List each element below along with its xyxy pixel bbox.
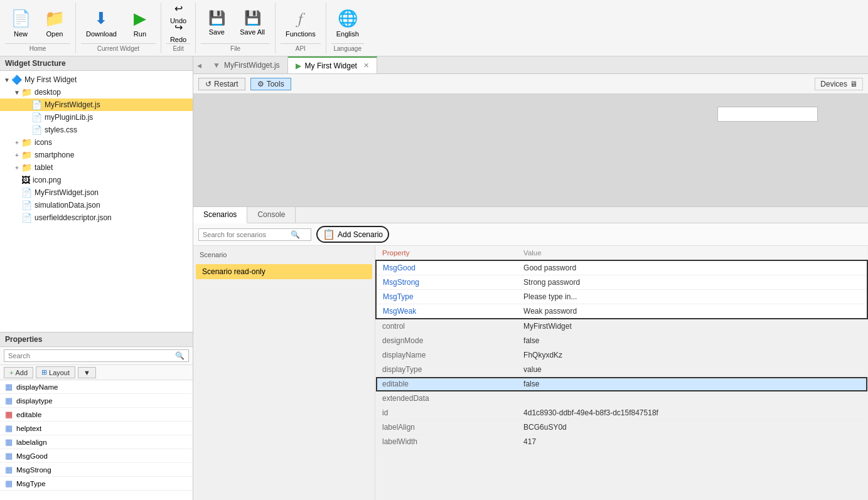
table-row[interactable]: labelAlignBCG6uSY0d [376,420,867,435]
table-row[interactable]: MsgWeakWeak password [376,304,867,319]
table-row[interactable]: MsgStrongStrong password [376,275,867,290]
myfirstwidget-json-icon: 📄 [21,188,32,198]
tools-button[interactable]: ⚙ Tools [250,78,291,90]
prop-item-msggood[interactable]: ▦ MsgGood [0,449,193,463]
prop-name-cell: id [376,406,517,420]
undo-button[interactable]: ↩ Undo [166,6,190,22]
layout-button[interactable]: ⊞ Layout [36,366,75,378]
prop-label-msgtype: MsgType [16,480,46,487]
prop-label-displayname: displayName [16,383,58,391]
table-row[interactable]: displayTypevalue [376,363,867,377]
tree-item-desktop[interactable]: ▼ 📁 desktop [0,86,193,98]
tab-my-first-widget[interactable]: ▶ My First Widget ✕ [288,56,377,73]
table-row[interactable]: designModefalse [376,334,867,348]
simulationdata-json-label: simulationData.json [35,201,100,210]
prop-item-msgstrong[interactable]: ▦ MsgStrong [0,463,193,477]
english-button[interactable]: 🌐 English [331,4,364,42]
tree-item-root[interactable]: ▼ 🔷 My First Widget [0,73,193,86]
styles-css-label: styles.css [45,125,77,134]
myfirstwidget-json-label: MyFirstWidget.json [35,188,99,197]
tree-item-icons[interactable]: + 📁 icons [0,136,193,149]
table-row[interactable]: displayNameFhQkyxdKz [376,348,867,363]
toolbar: 📄 New 📁 Open Home ⬇ Download ▶ Run Curre… [0,0,868,56]
new-button[interactable]: 📄 New [5,4,36,42]
prop-label-labelalign: labelalign [16,439,47,446]
tab-console[interactable]: Console [247,207,296,223]
search-scenarios-input[interactable] [203,231,291,238]
add-scenario-button[interactable]: 📋 Add Scenario [316,226,389,243]
restart-icon: ↺ [205,80,212,88]
view-toolbar: ↺ Restart ⚙ Tools Devices 🖥 [193,74,868,94]
table-row[interactable]: editablefalse [376,377,867,391]
scenario-item-label: Scenario read-only [202,267,265,276]
prop-value-cell: FhQkyxdKz [517,348,867,363]
tree-item-simulationdata-json[interactable]: · 📄 simulationData.json [0,199,193,211]
prop-value-cell: Strong password [517,275,867,290]
tree-item-myfirstwidget-json[interactable]: · 📄 MyFirstWidget.json [0,186,193,199]
table-row[interactable]: labelWidth417 [376,435,867,449]
table-row[interactable]: MsgTypePlease type in... [376,290,867,304]
tree-item-myfirstwidget-js[interactable]: · 📄 MyFirstWidget.js [0,98,193,111]
prop-name-cell: MsgStrong [376,275,517,290]
prop-item-msgtype[interactable]: ▦ MsgType [0,477,193,491]
desktop-expander[interactable]: ▼ [13,88,21,97]
table-row[interactable]: MsgGoodGood password [376,260,867,275]
scenario-item-read-only[interactable]: Scenario read-only [196,264,372,279]
language-group-label: Language [331,43,364,53]
devices-button[interactable]: Devices 🖥 [815,78,863,90]
add-property-button[interactable]: + Add [4,367,33,378]
simulationdata-json-icon: 📄 [21,200,32,210]
toolbar-group-edit: ↩ Undo ↪ Redo Edit [161,3,196,53]
smartphone-icon: 📁 [21,150,32,160]
download-button[interactable]: ⬇ Download [81,4,122,42]
prop-item-displayname[interactable]: ▦ displayName [0,380,193,394]
table-row[interactable]: controlMyFirstWidget [376,319,867,334]
scenario-column-header: Scenario [196,248,372,262]
prop-name-cell: displayName [376,348,517,363]
toolbar-current-widget-buttons: ⬇ Download ▶ Run [81,3,156,43]
tab-close-icon[interactable]: ✕ [363,61,369,70]
tree-item-smartphone[interactable]: + 📁 smartphone [0,149,193,161]
tree-item-styles-css[interactable]: · 📄 styles.css [0,124,193,136]
layout-dropdown-button[interactable]: ▼ [78,367,96,378]
functions-button[interactable]: 𝑓 Functions [281,4,321,42]
prop-value-cell: Good password [517,260,867,275]
restart-button[interactable]: ↺ Restart [198,78,245,90]
tablet-expander[interactable]: + [13,163,21,172]
tree-item-userfielddescriptor-json[interactable]: · 📄 userfielddescriptor.json [0,211,193,224]
prop-item-editable[interactable]: ▦ editable [0,408,193,422]
preview-input-field[interactable] [717,107,818,122]
table-row[interactable]: extendedData [376,391,867,406]
icons-label: icons [35,138,52,147]
home-group-label: Home [5,43,70,53]
smartphone-expander[interactable]: + [13,151,21,159]
tree-item-tablet[interactable]: + 📁 tablet [0,161,193,174]
tab-scenarios[interactable]: Scenarios [193,207,247,223]
preview-area [193,94,868,207]
tab-myfirstwidget-js[interactable]: ▼ MyFirstWidget.js [205,56,288,73]
tab-scroll-left[interactable]: ◂ [193,60,205,70]
toolbar-file-buttons: 💾 Save 💾 Save All [201,3,270,43]
save-all-button[interactable]: 💾 Save All [235,4,270,42]
tree-item-mypluginlib-js[interactable]: · 📄 myPluginLib.js [0,111,193,124]
prop-value-cell: Please type in... [517,290,867,304]
widget-tree: ▼ 🔷 My First Widget ▼ 📁 desktop · 📄 [0,71,193,331]
redo-button[interactable]: ↪ Redo [166,24,190,41]
props-search-input[interactable] [8,352,175,359]
icons-expander[interactable]: + [13,138,21,147]
properties-search-bar: 🔍 [0,347,193,365]
tree-item-icon-png[interactable]: · 🖼 icon.png [0,174,193,186]
prop-item-labelalign[interactable]: ▦ labelalign [0,435,193,449]
table-row[interactable]: id4d1c8930-ddbf-49e4-b8f3-dc15f847518f [376,406,867,420]
run-button[interactable]: ▶ Run [124,4,156,42]
prop-label-msgstrong: MsgStrong [16,466,51,474]
prop-label-msggood: MsgGood [16,452,48,460]
devices-icon: 🖥 [850,80,857,88]
root-expander[interactable]: ▼ [3,75,11,84]
prop-item-displaytype[interactable]: ▦ displaytype [0,394,193,408]
prop-name-cell: MsgGood [376,260,517,275]
save-button[interactable]: 💾 Save [201,4,232,42]
open-button[interactable]: 📁 Open [39,4,70,42]
prop-name-cell: labelWidth [376,435,517,449]
prop-item-helptext[interactable]: ▦ helptext [0,422,193,435]
